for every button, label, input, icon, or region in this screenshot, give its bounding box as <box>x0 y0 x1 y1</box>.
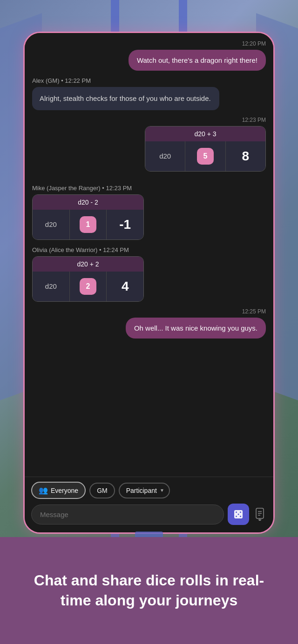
svg-point-5 <box>238 514 239 515</box>
dice-card-body-out: d20 5 8 <box>145 141 265 171</box>
sender-info-1: Alex (GM) • 12:22 PM <box>32 77 266 84</box>
outgoing-message-2: Oh well... It was nice knowing you guys. <box>32 318 266 339</box>
roll-pill-out: 5 <box>197 148 214 165</box>
bottom-bar: 👥 Everyone GM Participant ▼ <box>25 477 273 532</box>
chat-area: 12:20 PM Watch out, there's a dragon rig… <box>25 33 273 352</box>
roll-pill-mike: 1 <box>80 216 96 233</box>
total-value-out: 8 <box>242 149 250 164</box>
total-value-mike: -1 <box>119 217 131 232</box>
everyone-button[interactable]: 👥 Everyone <box>31 482 86 499</box>
everyone-label: Everyone <box>51 487 78 494</box>
audience-row: 👥 Everyone GM Participant ▼ <box>31 482 267 499</box>
message-bubble-2: Oh well... It was nice knowing you guys. <box>126 318 266 339</box>
participant-button[interactable]: Participant ▼ <box>119 483 170 498</box>
svg-point-1 <box>236 511 237 513</box>
sender-role-1: (GM) <box>46 77 60 84</box>
timestamp-2: 12:25 PM <box>32 308 266 315</box>
message-time-mike: 12:23 PM <box>106 185 132 192</box>
dice-roll-olivia: Olivia (Alice the Warrior) • 12:24 PM d2… <box>32 246 266 302</box>
die-total-olivia: 4 <box>107 272 143 301</box>
die-type-mike: d20 <box>33 210 70 239</box>
sender-info-olivia: Olivia (Alice the Warrior) • 12:24 PM <box>32 246 266 253</box>
message-time-olivia: 12:24 PM <box>103 246 129 253</box>
die-total-mike: -1 <box>107 210 143 239</box>
phone-frame: 12:20 PM Watch out, there's a dragon rig… <box>23 32 275 534</box>
gm-button[interactable]: GM <box>89 483 115 498</box>
die-type-out: d20 <box>145 141 185 171</box>
scroll-icon <box>255 508 265 521</box>
die-type-olivia: d20 <box>33 272 70 301</box>
timestamp-1: 12:20 PM <box>32 40 266 47</box>
roll-pill-olivia: 2 <box>80 278 96 295</box>
incoming-message-1: Alex (GM) • 12:22 PM Alright, stealth ch… <box>32 77 266 110</box>
input-row <box>31 504 267 525</box>
dice-card-body-mike: d20 1 -1 <box>33 210 143 239</box>
dice-roll-outgoing: d20 + 3 d20 5 8 <box>32 126 266 178</box>
sender-info-mike: Mike (Jasper the Ranger) • 12:23 PM <box>32 185 266 192</box>
dice-card-body-olivia: d20 2 4 <box>33 272 143 301</box>
dice-roll-mike: Mike (Jasper the Ranger) • 12:23 PM d20 … <box>32 185 266 240</box>
die-roll-olivia: 2 <box>70 272 107 301</box>
sender-name-mike: Mike (Jasper the Ranger) <box>32 185 101 192</box>
outgoing-message-1: Watch out, there's a dragon right there! <box>32 50 266 71</box>
message-input[interactable] <box>31 505 224 524</box>
message-time-1: 12:22 PM <box>65 77 91 84</box>
dice-roll-button[interactable] <box>228 504 249 525</box>
die-roll-out: 5 <box>185 141 225 171</box>
promo-text: Chat and share dice rolls in real-time a… <box>19 571 279 611</box>
sender-name-1: Alex (GM) <box>32 77 60 84</box>
dice-icon <box>233 509 244 520</box>
chat-scroll-area[interactable]: 12:20 PM Watch out, there's a dragon rig… <box>25 33 273 352</box>
message-bubble-incoming-1: Alright, stealth checks for those of you… <box>32 87 219 110</box>
message-bubble-1: Watch out, there's a dragon right there! <box>129 50 266 71</box>
sender-role-mike: (Jasper the Ranger) <box>47 185 101 192</box>
die-total-out: 8 <box>226 141 265 171</box>
separator-olivia: • <box>99 246 103 253</box>
gm-label: GM <box>97 487 108 494</box>
svg-point-2 <box>240 511 241 513</box>
dice-card-olivia: d20 + 2 d20 2 4 <box>32 256 144 302</box>
chevron-down-icon: ▼ <box>160 488 164 493</box>
svg-point-3 <box>236 516 237 517</box>
dice-formula-olivia: d20 + 2 <box>33 257 143 272</box>
dice-formula-mike: d20 - 2 <box>33 195 143 210</box>
total-value-olivia: 4 <box>122 279 129 294</box>
dice-card-out: d20 + 3 d20 5 8 <box>145 126 266 172</box>
sender-name-olivia: Olivia (Alice the Warrior) <box>32 246 97 253</box>
dice-card-mike: d20 - 2 d20 1 -1 <box>32 194 144 240</box>
timestamp-dice-out: 12:23 PM <box>32 117 266 123</box>
participant-label: Participant <box>126 487 157 494</box>
everyone-icon: 👥 <box>39 486 48 495</box>
scroll-button[interactable] <box>253 506 267 523</box>
svg-point-4 <box>240 516 241 517</box>
promo-section: Chat and share dice rolls in real-time a… <box>0 537 298 644</box>
sender-role-olivia: (Alice the Warrior) <box>49 246 97 253</box>
die-roll-mike: 1 <box>70 210 107 239</box>
dice-formula-out: d20 + 3 <box>145 126 265 141</box>
